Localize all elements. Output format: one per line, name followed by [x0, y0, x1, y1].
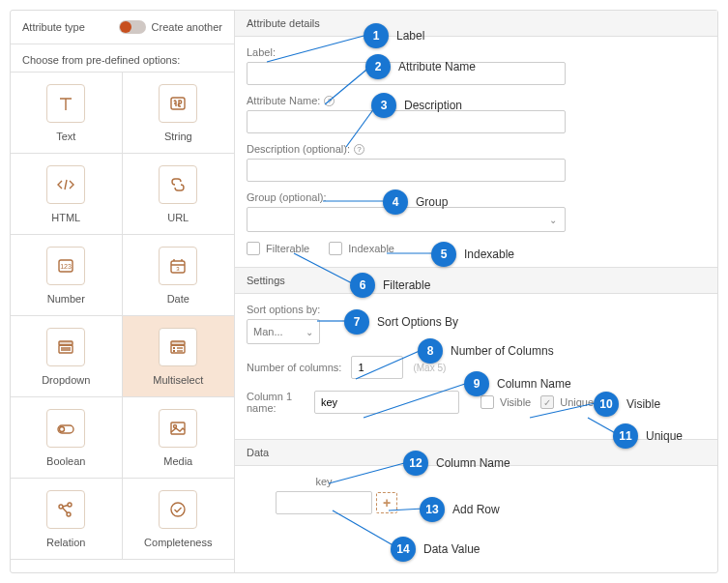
svg-rect-9: [173, 347, 175, 349]
type-label: Boolean: [46, 455, 85, 467]
type-url[interactable]: URL: [123, 154, 235, 235]
data-col-header: key: [276, 476, 372, 487]
type-relation[interactable]: Relation: [11, 479, 123, 560]
html-icon: [46, 165, 85, 204]
numcols-hint: (Max 5): [413, 363, 446, 373]
attribute-name-input[interactable]: [247, 110, 566, 133]
url-icon: [159, 165, 197, 204]
type-label: Text: [56, 131, 75, 142]
filterable-checkbox[interactable]: [247, 242, 260, 255]
description-input[interactable]: [247, 159, 566, 182]
numcols-input[interactable]: [351, 356, 403, 379]
label-field-label: Label:: [247, 46, 276, 58]
svg-rect-0: [171, 98, 185, 109]
sort-options-select[interactable]: Man...⌄: [247, 319, 320, 344]
type-label: Number: [47, 293, 85, 305]
label-input[interactable]: [247, 62, 566, 85]
help-icon[interactable]: ?: [354, 144, 364, 155]
type-label: Relation: [46, 537, 85, 548]
visible-label: Visible: [500, 396, 531, 408]
data-value-input[interactable]: [276, 491, 372, 514]
svg-rect-6: [59, 345, 73, 353]
type-grid: Text String HTML URL 123 Number: [11, 72, 234, 560]
type-date[interactable]: 3 Date: [123, 235, 235, 316]
type-label: HTML: [51, 212, 80, 223]
type-boolean[interactable]: Boolean: [11, 397, 123, 479]
attribute-details-header: Attribute details: [235, 11, 717, 37]
chevron-down-icon: ⌄: [549, 215, 557, 225]
completeness-icon: [159, 490, 197, 529]
group-field-label: Group (optional):: [247, 191, 327, 203]
unique-checkbox: [540, 395, 554, 409]
type-number[interactable]: 123 Number: [11, 235, 123, 316]
number-icon: 123: [46, 247, 85, 285]
help-icon[interactable]: ?: [324, 96, 335, 106]
svg-rect-10: [173, 350, 175, 352]
type-text[interactable]: Text: [11, 73, 123, 154]
right-panel: Attribute details Label: Attribute Name:…: [235, 11, 717, 572]
attribute-type-title: Attribute type: [22, 21, 85, 33]
type-label: URL: [167, 212, 189, 223]
choose-options-label: Choose from pre-defined options:: [11, 44, 234, 72]
multiselect-icon: [159, 328, 197, 366]
sort-options-label: Sort options by:: [247, 304, 320, 315]
type-label: Completeness: [144, 537, 212, 548]
indexable-label: Indexable: [348, 243, 394, 254]
numcols-label: Number of columns:: [247, 362, 341, 373]
create-another-toggle[interactable]: [119, 20, 146, 34]
sort-value: Man...: [253, 326, 283, 337]
media-icon: [159, 409, 197, 448]
name-field-label: Attribute Name:: [247, 95, 320, 106]
type-label: Media: [163, 455, 192, 467]
chevron-down-icon: ⌄: [306, 327, 313, 337]
col1-label: Column 1 name:: [247, 391, 305, 414]
left-header: Attribute type Create another: [11, 11, 234, 44]
type-label: Dropdown: [42, 374, 90, 386]
type-string[interactable]: String: [123, 73, 235, 154]
string-icon: [159, 84, 197, 123]
type-label: Date: [167, 293, 189, 305]
col1-name-input[interactable]: [314, 391, 459, 414]
create-another-label: Create another: [152, 21, 222, 33]
svg-point-12: [60, 426, 65, 431]
date-icon: 3: [159, 247, 197, 285]
svg-point-18: [171, 503, 185, 516]
unique-label: Unique: [560, 396, 594, 408]
type-multiselect[interactable]: Multiselect: [123, 316, 235, 397]
svg-rect-11: [58, 425, 73, 433]
svg-text:123: 123: [60, 263, 72, 270]
settings-header: Settings: [235, 267, 717, 294]
svg-point-14: [174, 424, 177, 427]
type-label: String: [164, 131, 192, 142]
attribute-type-panel: Attribute type Create another Choose fro…: [11, 11, 235, 572]
svg-text:3: 3: [177, 266, 181, 272]
visible-checkbox[interactable]: [480, 395, 494, 409]
type-dropdown[interactable]: Dropdown: [11, 316, 123, 397]
group-select[interactable]: ⌄: [247, 207, 566, 232]
type-html[interactable]: HTML: [11, 154, 123, 235]
relation-icon: [46, 490, 85, 529]
desc-field-label: Description (optional):: [247, 143, 350, 155]
filterable-label: Filterable: [266, 243, 309, 254]
dropdown-icon: [46, 328, 85, 366]
type-label: Multiselect: [153, 374, 203, 386]
boolean-icon: [46, 409, 85, 448]
type-completeness[interactable]: Completeness: [123, 479, 235, 560]
indexable-checkbox[interactable]: [329, 242, 342, 255]
add-row-button[interactable]: +: [376, 492, 397, 513]
type-media[interactable]: Media: [123, 397, 235, 479]
data-header: Data: [235, 439, 717, 466]
text-icon: [46, 84, 85, 123]
svg-point-16: [68, 503, 72, 507]
